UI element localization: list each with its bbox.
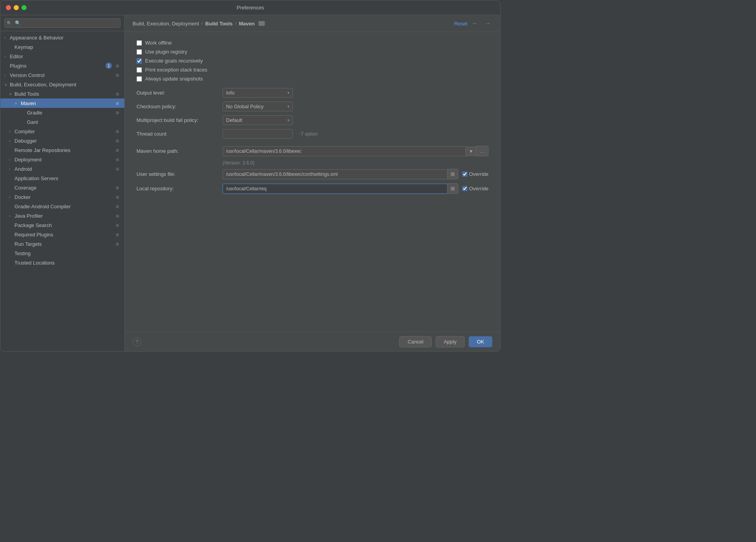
user-settings-override-checkbox[interactable] [462,172,467,177]
multiproject-select-wrapper: Default Never At End Immediately [223,115,293,125]
apply-button[interactable]: Apply [436,336,465,347]
sidebar-item-application-servers[interactable]: Application Servers [0,174,124,183]
sidebar-item-keymap[interactable]: Keymap [0,42,124,52]
titlebar-buttons [6,5,27,10]
sidebar-item-plugins[interactable]: Plugins 1 ⊞ [0,61,124,70]
cancel-button[interactable]: Cancel [399,336,431,347]
output-level-select[interactable]: Quiet Info Verbose Debug [223,88,293,98]
close-button[interactable] [6,5,11,10]
chevron-icon: ∨ [4,82,10,87]
sidebar-item-required-plugins[interactable]: Required Plugins ⊞ [0,230,124,239]
sidebar-item-testing[interactable]: Testing [0,249,124,258]
sidebar-item-compiler[interactable]: › Compiler ⊞ [0,127,124,136]
work-offline-label: Work offline [145,40,172,46]
sidebar-item-gradle[interactable]: Gradle ⊞ [0,108,124,117]
ok-button[interactable]: OK [469,336,492,347]
preferences-window: Preferences › Appearance & Behavior Keym… [0,0,501,352]
sidebar-item-build-execution-deployment[interactable]: ∨ Build, Execution, Deployment [0,80,124,89]
sidebar-item-version-control[interactable]: › Version Control ⊞ [0,70,124,80]
sidebar-item-gant[interactable]: Gant [0,117,124,127]
settings-icon: ⊞ [114,213,120,219]
use-plugin-registry-checkbox[interactable] [136,49,142,55]
multiproject-control: Default Never At End Immediately [223,115,488,125]
checksum-policy-label: Checksum policy: [136,104,223,109]
use-plugin-registry-row: Use plugin registry [136,49,488,55]
nav-back-button[interactable]: ← [470,19,480,28]
maven-home-label: Maven home path: [136,148,223,154]
sidebar-item-build-tools[interactable]: ∨ Build Tools ⊞ [0,89,124,98]
settings-icon: ⊞ [114,241,120,247]
local-repo-browse-button[interactable]: ⊞ [447,183,458,194]
sidebar-item-label: Gradle [27,110,113,116]
sidebar: › Appearance & Behavior Keymap › Editor … [0,15,125,351]
breadcrumb-part-1: Build, Execution, Deployment [133,21,199,27]
maximize-button[interactable] [22,5,27,10]
settings-icon: ⊞ [114,203,120,209]
settings-icon: ⊞ [114,222,120,228]
sidebar-item-package-search[interactable]: Package Search ⊞ [0,220,124,230]
sidebar-item-docker[interactable]: › Docker ⊞ [0,192,124,202]
sidebar-item-label: Run Targets [14,241,113,247]
user-settings-browse-button[interactable]: ⊞ [447,169,458,179]
sidebar-item-maven[interactable]: › Maven ⊞ [0,98,124,108]
sidebar-item-label: Testing [14,250,120,256]
footer-left: ? [133,338,395,346]
header-actions: Reset ← → [454,19,492,28]
checksum-policy-control: No Global Policy Warn Fail [223,102,488,111]
sidebar-item-label: Android [14,166,113,172]
help-button[interactable]: ? [133,338,141,346]
sidebar-item-label: Editor [10,54,120,59]
chevron-icon: › [9,167,14,171]
sidebar-item-trusted-locations[interactable]: Trusted Locations [0,258,124,267]
sidebar-item-debugger[interactable]: › Debugger ⊞ [0,136,124,145]
maven-home-dropdown-button[interactable]: ▼ [465,147,476,156]
breadcrumb-sep-2: › [235,21,237,26]
sidebar-item-coverage[interactable]: Coverage ⊞ [0,183,124,192]
always-update-checkbox[interactable] [136,76,142,82]
local-repo-override-checkbox[interactable] [462,186,467,191]
main-content: › Appearance & Behavior Keymap › Editor … [0,15,500,351]
use-plugin-registry-label: Use plugin registry [145,49,187,55]
thread-count-input[interactable] [223,129,293,139]
work-offline-row: Work offline [136,40,488,46]
breadcrumb-part-2: Build Tools [205,21,233,27]
maven-home-input[interactable] [223,146,465,156]
always-update-label: Always update snapshots [145,76,203,82]
content-area: Build, Execution, Deployment › Build Too… [125,15,500,351]
user-settings-path-row: ⊞ [223,169,458,179]
sidebar-item-appearance-behavior[interactable]: › Appearance & Behavior [0,33,124,42]
reset-button[interactable]: Reset [454,21,467,27]
maven-home-browse-button[interactable]: … [476,146,488,156]
sidebar-item-editor[interactable]: › Editor [0,52,124,61]
execute-goals-checkbox[interactable] [136,58,142,64]
sidebar-item-label: Package Search [14,222,113,228]
content-body: Work offline Use plugin registry Execute… [125,32,500,332]
sidebar-item-remote-jar-repositories[interactable]: Remote Jar Repositories ⊞ [0,145,124,155]
print-exception-label: Print exception stack traces [145,67,207,73]
chevron-icon: › [9,139,14,143]
output-level-select-wrapper: Quiet Info Verbose Debug [223,88,293,98]
output-level-label: Output level: [136,90,223,96]
minimize-button[interactable] [14,5,19,10]
settings-icon: ⊞ [114,91,120,97]
sidebar-item-gradle-android-compiler[interactable]: Gradle-Android Compiler ⊞ [0,202,124,211]
plugins-badge: 1 [106,63,112,69]
output-level-control: Quiet Info Verbose Debug [223,88,488,98]
settings-icon: ⊞ [114,128,120,134]
sidebar-item-deployment[interactable]: › Deployment ⊞ [0,155,124,164]
multiproject-select[interactable]: Default Never At End Immediately [223,115,293,125]
checksum-policy-select[interactable]: No Global Policy Warn Fail [223,102,293,111]
user-settings-input[interactable] [223,169,447,179]
chevron-icon: › [4,73,10,77]
sidebar-item-android[interactable]: › Android ⊞ [0,164,124,174]
nav-forward-button[interactable]: → [483,19,492,28]
local-repo-input[interactable] [223,184,447,194]
print-exception-checkbox[interactable] [136,67,142,73]
search-input[interactable] [4,18,120,28]
work-offline-checkbox[interactable] [136,40,142,46]
sidebar-item-label: Version Control [10,72,113,78]
sidebar-item-run-targets[interactable]: Run Targets ⊞ [0,239,124,249]
sidebar-item-java-profiler[interactable]: › Java Profiler ⊞ [0,211,124,220]
footer: ? Cancel Apply OK [125,332,500,351]
settings-icon: ⊞ [114,194,120,200]
